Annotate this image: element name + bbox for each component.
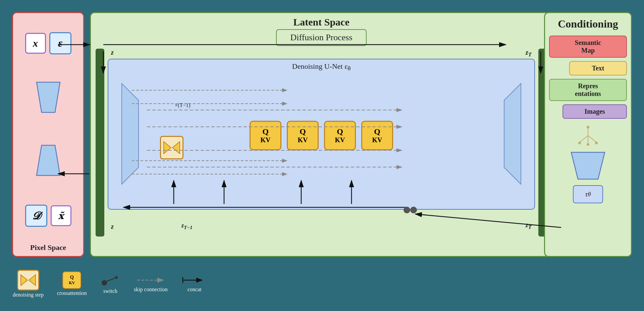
decoder-trapezoid <box>32 142 65 180</box>
legend-skip: skip connection <box>134 275 168 293</box>
latent-space-title: Latent Space <box>94 16 548 28</box>
decoder-box: 𝒟 <box>25 205 47 227</box>
legend-denoising-label: denoising step <box>13 292 44 298</box>
svg-point-17 <box>578 142 581 144</box>
z-label-top: z <box>111 49 114 56</box>
diffusion-process-box: Diffusion Process <box>276 29 366 46</box>
qkv-block-1: Q KV <box>250 121 281 150</box>
qkv-block-4: Q KV <box>361 121 393 150</box>
conditioning-box: Conditioning SemanticMap Text Representa… <box>544 12 632 257</box>
unet-container: z zT Denoising U-Net εθ <box>108 49 535 237</box>
unet-title: Denoising U-Net εθ <box>108 59 534 73</box>
cond-representations: Representations <box>549 79 627 101</box>
encoder-trapezoid <box>32 79 65 117</box>
z-label-bottom: z <box>111 223 114 230</box>
main-wrapper: x ε 𝒟 x̃ Pixel Space <box>0 0 644 311</box>
legend-concat-label: concat <box>187 287 202 293</box>
domain-encoder-trap <box>549 149 627 183</box>
denoising-step-icon-main <box>160 136 183 159</box>
cond-text: Text <box>569 61 627 75</box>
svg-marker-39 <box>29 275 36 286</box>
svg-marker-11 <box>172 142 180 154</box>
qkv-block-3: Q KV <box>324 121 356 150</box>
svg-point-40 <box>102 280 107 286</box>
pixel-space-label: Pixel Space <box>13 243 83 252</box>
svg-line-42 <box>106 278 115 281</box>
encoder-box: ε <box>49 32 71 54</box>
svg-marker-38 <box>21 275 28 286</box>
legend-denoising: denoising step <box>13 270 44 298</box>
legend-crossattn-label: crossattention <box>57 290 87 296</box>
svg-point-18 <box>595 142 598 144</box>
cond-images: Images <box>562 104 627 119</box>
qkv-block-2: Q KV <box>287 121 319 150</box>
zt-label-top: zT <box>526 49 532 58</box>
svg-point-16 <box>587 126 589 128</box>
left-vbar <box>96 49 104 237</box>
svg-point-19 <box>587 143 589 146</box>
legend-switch-label: switch <box>103 288 117 294</box>
x-tilde-box: x̃ <box>51 205 71 226</box>
latent-space-box: Latent Space Diffusion Process z zT Deno… <box>90 12 553 257</box>
legend-switch: switch <box>100 273 120 294</box>
conditioning-title: Conditioning <box>549 18 627 30</box>
unet-box: Denoising U-Net εθ <box>108 59 535 210</box>
zt-label-bottom: zT <box>526 221 532 230</box>
tau-box: τθ <box>573 185 603 203</box>
svg-marker-5 <box>504 84 521 184</box>
legend-crossattn: Q KV crossattention <box>57 271 87 296</box>
pixel-space-box: x ε 𝒟 x̃ Pixel Space <box>12 12 84 257</box>
svg-line-13 <box>580 136 588 142</box>
svg-marker-10 <box>164 142 171 154</box>
cond-semantic-map: SemanticMap <box>549 36 627 58</box>
svg-marker-20 <box>571 152 605 179</box>
zt1-label: zT−1 <box>181 222 193 230</box>
svg-point-41 <box>115 276 118 279</box>
legend-area: denoising step Q KV crossattention switc… <box>13 270 208 298</box>
diagram-area: x ε 𝒟 x̃ Pixel Space <box>6 6 638 301</box>
legend-concat: concat <box>181 275 208 293</box>
svg-line-14 <box>588 136 596 142</box>
x-box: x <box>25 33 46 54</box>
legend-skip-label: skip connection <box>134 287 168 293</box>
tree-icon <box>549 125 627 146</box>
svg-marker-1 <box>37 145 60 175</box>
svg-marker-0 <box>37 82 60 112</box>
times-t-label: ×(T−1) <box>175 102 190 108</box>
svg-marker-3 <box>122 84 139 184</box>
